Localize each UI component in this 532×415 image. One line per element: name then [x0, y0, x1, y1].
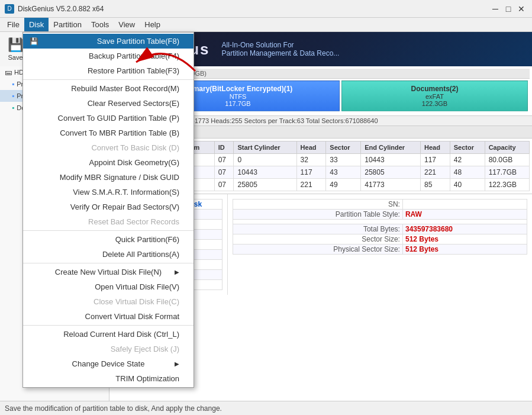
close-button[interactable]: ✕ [515, 3, 527, 15]
window-controls: ─ □ ✕ [489, 3, 527, 15]
col-id: ID [214, 141, 234, 154]
menu-disk[interactable]: Disk [24, 18, 49, 31]
partition-exfat-2[interactable]: Documents(2) exFAT 122.3GB [341, 81, 528, 111]
col-end-cyl: End Cylinder [361, 141, 421, 154]
menu-item-1[interactable]: Backup Partition Table(F4) [23, 49, 194, 63]
partition-icon-2: ▪ [12, 104, 14, 112]
submenu-arrow-25: ▶ [175, 361, 179, 367]
menu-item-19[interactable]: Open Virtual Disk File(V) [23, 279, 194, 294]
col-sector-end: Sector [450, 141, 485, 154]
menu-item-10[interactable]: Modify MBR Signature / Disk GUID [23, 170, 194, 185]
menu-item-0[interactable]: 💾Save Partition Table(F8) [23, 34, 194, 49]
menu-item-21[interactable]: Convert Virtual Disk Format [23, 309, 194, 324]
menu-item-18[interactable]: Create New Virtual Disk File(N)▶ [23, 265, 194, 279]
menu-item-16[interactable]: Delete All Partitions(A) [23, 247, 194, 262]
disk-icon: 🖴 [5, 68, 12, 76]
menu-item-20: Close Virtual Disk File(C) [23, 294, 194, 309]
minimize-button[interactable]: ─ [489, 3, 501, 15]
menu-view[interactable]: View [114, 18, 140, 31]
partition-icon-1: ▪ [12, 92, 14, 100]
title-text: DiskGenius V5.2.0.882 x64 [18, 5, 527, 13]
col-start-cyl: Start Cylinder [234, 141, 296, 154]
partition-icon-0: ▪ [12, 80, 14, 88]
menu-partition[interactable]: Partition [49, 18, 86, 31]
menu-item-26[interactable]: TRIM Optimization [23, 371, 194, 386]
menu-item-25[interactable]: Change Device State▶ [23, 356, 194, 371]
menu-item-24: Safely Eject Disk (J) [23, 342, 194, 356]
status-bar: Save the modification of partition table… [0, 401, 532, 415]
menu-separator [23, 79, 194, 80]
menu-item-8: Convert To Basic Disk (D) [23, 140, 194, 155]
menu-help[interactable]: Help [140, 18, 165, 31]
app-icon: D [5, 4, 14, 14]
menu-separator [23, 325, 194, 326]
submenu-arrow-18: ▶ [175, 269, 179, 275]
menu-item-icon-0: 💾 [28, 37, 40, 46]
menu-item-13: Reset Bad Sector Records [23, 214, 194, 229]
menu-item-11[interactable]: View S.M.A.R.T. Information(S) [23, 185, 194, 200]
menu-item-6[interactable]: Convert To GUID Partition Table (P) [23, 111, 194, 126]
menu-separator [23, 230, 194, 231]
col-capacity: Capacity [485, 141, 529, 154]
menu-item-5[interactable]: Clear Reserved Sectors(E) [23, 96, 194, 111]
menu-file[interactable]: File [2, 18, 24, 31]
menu-item-23[interactable]: Reload Current Hard Disk (Ctrl_L) [23, 327, 194, 342]
menu-item-9[interactable]: Appoint Disk Geometry(G) [23, 155, 194, 170]
title-bar: D DiskGenius V5.2.0.882 x64 ─ □ ✕ [0, 0, 532, 18]
menu-item-12[interactable]: Verify Or Repair Bad Sectors(V) [23, 200, 194, 214]
menu-bar: File Disk Partition Tools View Help [0, 18, 532, 32]
save-icon: 💾 [8, 37, 24, 53]
menu-item-7[interactable]: Convert To MBR Partition Table (B) [23, 126, 194, 140]
menu-separator [23, 263, 194, 263]
menu-item-4[interactable]: Rebuild Master Boot Record(M) [23, 81, 194, 96]
maximize-button[interactable]: □ [502, 3, 514, 15]
brand-tagline: All-In-One Solution For Partition Manage… [222, 41, 340, 57]
menu-item-15[interactable]: Quick Partition(F6) [23, 232, 194, 247]
disk-dropdown-menu: 💾Save Partition Table(F8)Backup Partitio… [22, 32, 194, 388]
col-head-start: Head [296, 141, 326, 154]
menu-item-2[interactable]: Restore Partition Table(F3) [23, 63, 194, 78]
col-sector-start: Sector [326, 141, 361, 154]
col-head-end: Head [421, 141, 450, 154]
disk-detail-right: SN: Partition Table Style: RAW Total Byt… [228, 194, 532, 295]
menu-tools[interactable]: Tools [86, 18, 114, 31]
